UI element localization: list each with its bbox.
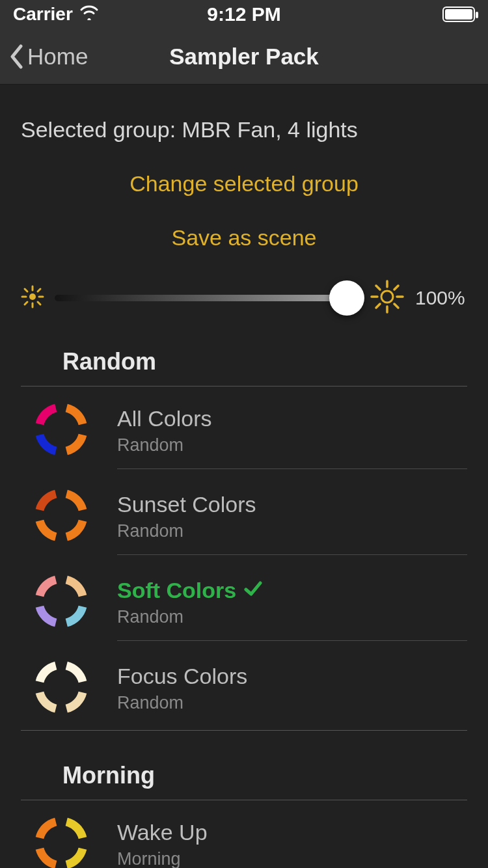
change-group-button[interactable]: Change selected group xyxy=(0,171,488,197)
scene-subtitle: Random xyxy=(117,607,467,627)
selected-group-label: Selected group: MBR Fan, 4 lights xyxy=(0,85,488,142)
svg-line-17 xyxy=(376,304,380,308)
svg-line-14 xyxy=(376,286,380,290)
brightness-slider[interactable] xyxy=(55,295,359,301)
back-label: Home xyxy=(27,44,88,70)
scene-title: Wake Up xyxy=(117,820,467,845)
scene-row[interactable]: Soft ColorsRandom xyxy=(21,558,467,644)
section: Random All ColorsRandom Sunset ColorsRan… xyxy=(0,317,488,731)
scene-row-text: Focus ColorsRandom xyxy=(117,661,467,726)
scene-row-text: All ColorsRandom xyxy=(117,403,467,469)
scene-title: Sunset Colors xyxy=(117,492,467,517)
scene-subtitle: Random xyxy=(117,693,467,713)
scene-subtitle: Random xyxy=(117,435,467,455)
save-scene-button[interactable]: Save as scene xyxy=(0,225,488,251)
brightness-slider-thumb[interactable] xyxy=(329,280,364,316)
scene-row[interactable]: All ColorsRandom xyxy=(21,387,467,472)
scene-row-text: Wake UpMorning xyxy=(117,817,467,869)
section-header: Morning xyxy=(21,762,467,800)
scene-row[interactable]: Sunset ColorsRandom xyxy=(21,472,467,558)
brightness-value: 100% xyxy=(415,287,467,309)
svg-point-9 xyxy=(381,291,393,303)
scene-row[interactable]: Wake UpMorning xyxy=(21,800,467,868)
status-bar: Carrier 9:12 PM xyxy=(0,0,488,29)
svg-line-8 xyxy=(25,302,27,305)
scene-subtitle: Morning xyxy=(117,849,467,869)
scene-row-text: Sunset ColorsRandom xyxy=(117,489,467,555)
wifi-icon xyxy=(79,4,99,25)
scene-title: Soft Colors xyxy=(117,578,467,603)
svg-line-15 xyxy=(394,304,398,308)
scene-title: All Colors xyxy=(117,406,467,431)
chevron-left-icon xyxy=(9,44,23,69)
color-ring-icon xyxy=(31,400,91,459)
svg-point-0 xyxy=(29,293,36,300)
battery-icon xyxy=(442,7,475,22)
scene-row-text: Soft ColorsRandom xyxy=(117,575,467,641)
brightness-high-icon xyxy=(370,279,405,317)
svg-line-16 xyxy=(394,286,398,290)
section-header: Random xyxy=(21,348,467,387)
section-list: Wake UpMorning BreakfastMorning xyxy=(0,800,488,868)
nav-bar: Home Sampler Pack xyxy=(0,29,488,85)
content: Selected group: MBR Fan, 4 lights Change… xyxy=(0,85,488,868)
check-icon xyxy=(244,578,262,603)
svg-line-5 xyxy=(25,289,27,292)
svg-line-7 xyxy=(38,289,40,292)
svg-line-6 xyxy=(38,302,40,305)
brightness-low-icon xyxy=(21,285,44,311)
color-ring-icon xyxy=(31,657,91,717)
color-ring-icon xyxy=(31,813,91,868)
status-right xyxy=(442,7,475,22)
scene-subtitle: Random xyxy=(117,521,467,541)
sections-list: Random All ColorsRandom Sunset ColorsRan… xyxy=(0,317,488,868)
scene-title: Focus Colors xyxy=(117,664,467,689)
status-time: 9:12 PM xyxy=(207,3,280,25)
status-left: Carrier xyxy=(13,4,99,25)
brightness-row: 100% xyxy=(0,251,488,317)
scene-row[interactable]: Focus ColorsRandom xyxy=(21,644,467,730)
carrier-label: Carrier xyxy=(13,4,73,25)
section-list: All ColorsRandom Sunset ColorsRandom Sof… xyxy=(0,387,488,730)
color-ring-icon xyxy=(31,485,91,545)
color-ring-icon xyxy=(31,571,91,631)
back-button[interactable]: Home xyxy=(0,44,88,70)
page-title: Sampler Pack xyxy=(169,44,319,70)
section: Morning Wake UpMorning BreakfastMorning xyxy=(0,731,488,868)
